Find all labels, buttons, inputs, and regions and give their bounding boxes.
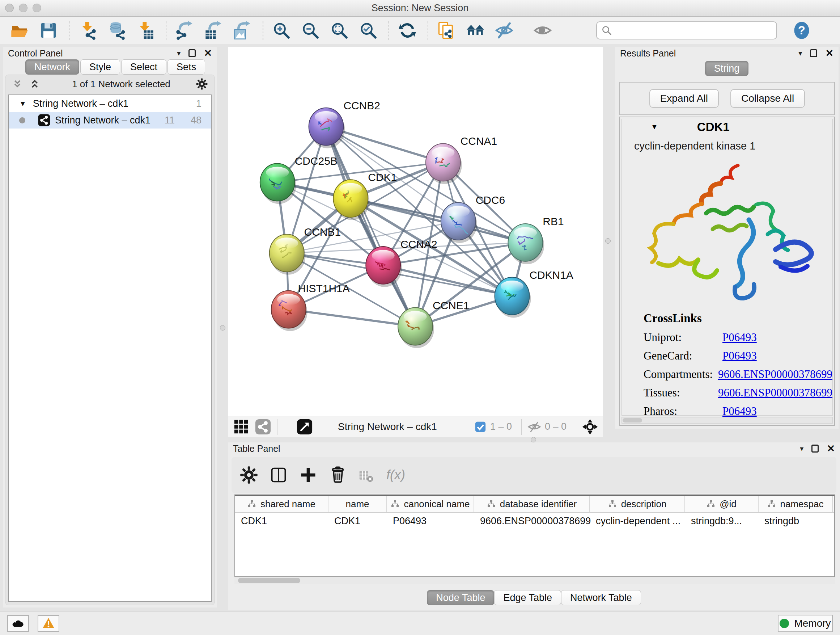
import-table-file-button[interactable] [135,20,156,41]
network-collection-row[interactable]: ▼ String Network – cdk1 1 [9,95,211,112]
network-node-CDKN1A[interactable]: CDKN1A [495,269,573,318]
zoom-out-button[interactable] [300,20,321,41]
network-node-CCNA1[interactable]: CCNA1 [426,135,497,184]
zoom-selected-button[interactable] [358,20,378,41]
delete-column-icon[interactable] [328,466,347,485]
crosslink-link[interactable]: 9606.ENSP00000378699 [718,368,832,381]
network-options-gear-icon[interactable] [196,78,208,90]
tab-node-table[interactable]: Node Table [427,590,494,605]
tab-network[interactable]: Network [25,59,79,74]
network-node-CCNE1[interactable]: CCNE1 [398,299,469,348]
expand-all-button[interactable]: Expand All [649,89,719,108]
export-image-button[interactable] [232,20,253,41]
export-table-button[interactable] [203,20,224,41]
tab-sets[interactable]: Sets [167,59,205,74]
protein-section-header[interactable]: ▼ CDK1 [622,119,832,135]
column-header-description[interactable]: description [590,496,685,512]
birds-eye-view-icon[interactable] [296,418,313,435]
add-column-icon[interactable] [299,466,317,485]
close-panel-icon[interactable]: ✕ [825,49,834,58]
import-network-file-button[interactable] [77,20,98,41]
crosslink-link[interactable]: 9606.ENSP00000378699 [718,386,832,399]
collection-expand-icon[interactable]: ▼ [19,100,27,108]
import-network-database-button[interactable] [106,20,126,41]
share-view-icon[interactable] [255,418,271,435]
table-panel: Table Panel ▾ ✕ [228,442,840,610]
results-panel-title: Results Panel [620,48,676,59]
memory-status-dot-icon [780,619,789,628]
home-button[interactable] [465,20,485,41]
panel-menu-icon[interactable]: ▾ [798,49,802,57]
column-header-shared-name[interactable]: shared name [235,496,328,512]
warning-icon [42,617,55,630]
close-panel-icon[interactable]: ✕ [827,444,835,454]
network-node-RB1[interactable]: RB1 [508,215,564,264]
show-columns-icon[interactable] [269,466,288,485]
node-count: 11 [164,115,175,126]
column-header-label: database identifier [500,499,576,510]
show-all-button[interactable] [532,20,553,41]
table-options-gear-icon[interactable] [240,466,258,485]
network-node-CCNB1[interactable]: CCNB1 [270,226,341,275]
tab-select[interactable]: Select [121,59,166,74]
panel-menu-icon[interactable]: ▾ [177,49,180,57]
network-node-HIST1H1A[interactable]: HIST1H1A [271,282,350,331]
section-expand-icon[interactable]: ▼ [651,123,658,131]
float-panel-icon[interactable] [810,49,817,57]
tab-string[interactable]: String [705,61,749,76]
export-network-button[interactable] [174,20,195,41]
table-row[interactable]: CDK1CDK1P064939606.ENSP00000378699cyclin… [235,513,834,529]
tab-style[interactable]: Style [80,59,120,74]
collapse-all-button[interactable]: Collapse All [730,89,805,108]
clone-network-button[interactable] [436,20,456,41]
crosslink-link[interactable]: P06493 [722,331,757,344]
zoom-out-icon [304,24,317,38]
tab-network-table[interactable]: Network Table [561,590,641,605]
zoom-fit-button[interactable] [329,20,349,41]
help-button[interactable]: ? [792,21,811,40]
toolbar-separator [324,419,324,435]
search-input[interactable] [612,25,767,36]
selected-checkbox-icon[interactable] [474,421,486,433]
network-graph[interactable]: CCNB2CCNA1CDC25BCDK1CDC6RB1CCNB1CCNA2CDK… [228,47,603,415]
tab-edge-table[interactable]: Edge Table [494,590,561,605]
open-file-button[interactable] [9,20,30,41]
hidden-eye-slash-icon[interactable] [527,420,541,434]
close-panel-icon[interactable]: ✕ [204,49,212,58]
memory-button[interactable]: Memory [778,615,833,632]
column-header-database-identifier[interactable]: database identifier [474,496,590,512]
search-box[interactable] [596,21,777,40]
grid-view-icon[interactable] [233,418,249,435]
zoom-in-button[interactable] [271,20,292,41]
export-table-icon [205,21,221,39]
splitter-handle[interactable] [605,238,611,244]
splitter-handle[interactable] [220,325,225,331]
toolbar-separator [69,21,69,40]
results-horizontal-scrollbar[interactable] [622,417,833,424]
crosslink-link[interactable]: P06493 [722,405,757,418]
float-panel-icon[interactable] [812,445,819,453]
table-horizontal-scrollbar[interactable] [234,577,835,584]
network-edge-CCNE1-HIST1H1A[interactable] [289,310,415,326]
expand-all-icon[interactable] [29,79,40,89]
app-window: Session: New Session [0,0,840,635]
crosslink-link[interactable]: P06493 [722,349,757,363]
refresh-button[interactable] [397,20,417,41]
cloud-status-button[interactable] [7,615,29,632]
column-header-@id[interactable]: @id [685,496,759,512]
column-type-icon [391,500,399,508]
column-header-canonical-name[interactable]: canonical name [387,496,474,512]
column-header-namespac[interactable]: namespac [759,496,833,512]
hide-selected-button[interactable] [494,20,515,41]
warnings-button[interactable] [38,615,59,632]
fit-content-crosshair-icon[interactable] [582,419,598,435]
column-header-name[interactable]: name [328,496,387,512]
collapse-all-icon[interactable] [12,79,23,89]
save-session-button[interactable] [38,20,58,41]
float-panel-icon[interactable] [188,49,196,57]
node-label-CCNE1: CCNE1 [433,299,469,311]
panel-menu-icon[interactable]: ▾ [800,444,804,453]
splitter-handle[interactable] [531,437,536,442]
network-canvas[interactable]: CCNB2CCNA1CDC25BCDK1CDC6RB1CCNB1CCNA2CDK… [228,47,603,416]
network-row-selected[interactable]: String Network – cdk1 11 48 [9,112,211,128]
